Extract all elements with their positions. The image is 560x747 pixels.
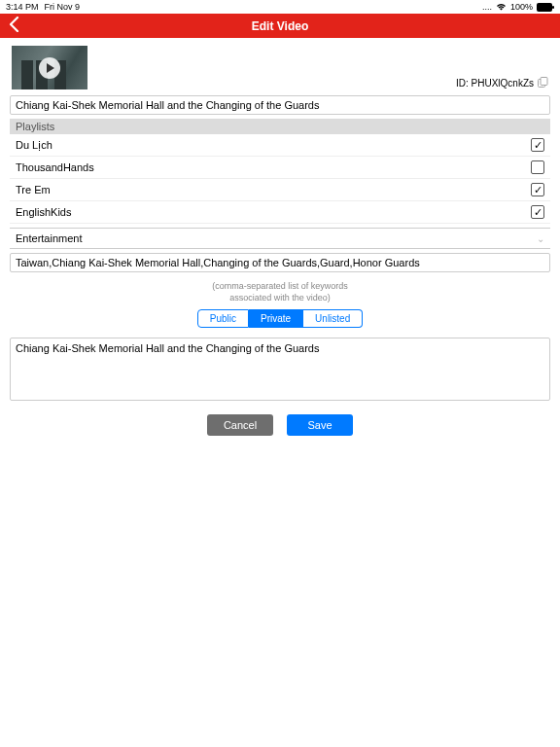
category-select[interactable]: Entertainment ⌄ — [10, 228, 550, 249]
description-input[interactable]: Chiang Kai-Shek Memorial Hall and the Ch… — [10, 338, 550, 401]
privacy-segmented-control: PublicPrivateUnlisted — [0, 309, 560, 328]
svg-rect-3 — [541, 78, 547, 86]
status-date: Fri Nov 9 — [45, 2, 81, 12]
header-bar: Edit Video — [0, 14, 560, 38]
wifi-icon — [496, 3, 507, 11]
playlist-checkbox[interactable] — [531, 160, 544, 174]
save-button[interactable]: Save — [287, 414, 353, 436]
status-bar: 3:14 PM Fri Nov 9 .... 100% — [0, 0, 560, 14]
privacy-option-private[interactable]: Private — [249, 309, 303, 328]
video-thumbnail[interactable] — [12, 46, 88, 89]
cancel-button[interactable]: Cancel — [207, 414, 273, 436]
playlist-item[interactable]: ThousandHands — [10, 157, 550, 179]
video-id-label: ID: PHUXlQcnkZs — [456, 78, 534, 89]
tags-input[interactable]: Taiwan,Chiang Kai-Shek Memorial Hall,Cha… — [10, 253, 550, 272]
playlist-label: Du Lịch — [16, 139, 52, 152]
privacy-option-public[interactable]: Public — [197, 309, 249, 328]
playlist-label: Tre Em — [16, 184, 51, 196]
play-icon — [39, 57, 60, 79]
check-icon: ✓ — [534, 140, 542, 151]
battery-percent: 100% — [510, 2, 533, 12]
check-icon: ✓ — [534, 185, 542, 196]
battery-icon — [537, 3, 554, 12]
chevron-down-icon: ⌄ — [537, 233, 544, 244]
playlist-item[interactable]: Du Lịch✓ — [10, 134, 550, 157]
playlist-item[interactable]: Tre Em✓ — [10, 179, 550, 201]
playlist-checkbox[interactable]: ✓ — [531, 205, 544, 219]
privacy-option-unlisted[interactable]: Unlisted — [303, 309, 363, 328]
check-icon: ✓ — [534, 207, 542, 218]
playlist-item[interactable]: EnglishKids✓ — [10, 201, 550, 224]
playlists-header: Playlists — [10, 119, 550, 134]
tags-hint: (comma-separated list of keywordsassocia… — [0, 275, 560, 309]
svg-rect-1 — [552, 6, 554, 9]
playlist-label: ThousandHands — [16, 161, 94, 173]
playlist-checkbox[interactable]: ✓ — [531, 183, 544, 196]
page-title: Edit Video — [0, 19, 560, 33]
playlist-label: EnglishKids — [16, 206, 71, 218]
svg-rect-0 — [537, 3, 552, 12]
playlist-checkbox[interactable]: ✓ — [531, 138, 544, 152]
copy-icon[interactable] — [538, 77, 548, 89]
category-value: Entertainment — [16, 232, 82, 244]
back-button[interactable] — [8, 17, 21, 35]
status-time: 3:14 PM — [6, 2, 39, 12]
title-input[interactable]: Chiang Kai-Shek Memorial Hall and the Ch… — [10, 95, 550, 115]
cellular-icon: .... — [482, 2, 492, 12]
